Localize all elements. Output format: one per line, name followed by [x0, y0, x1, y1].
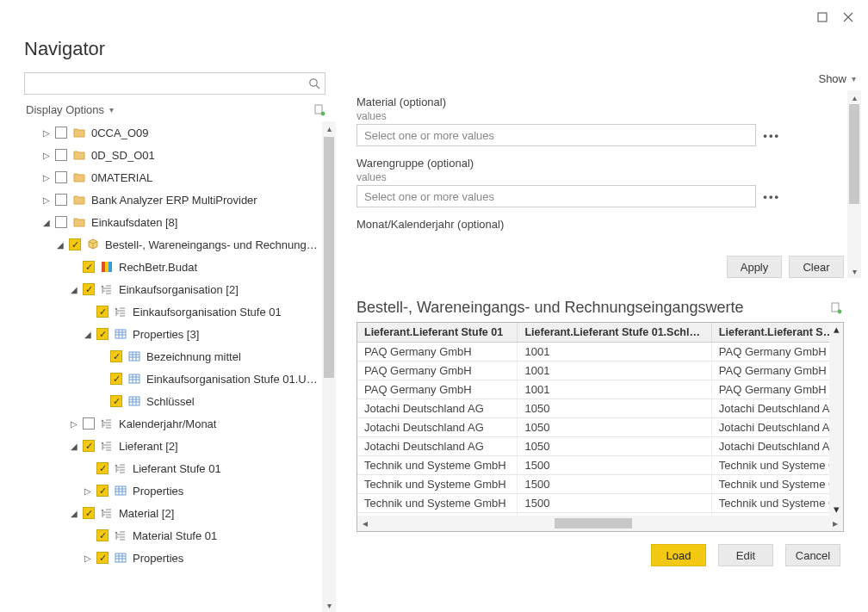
table-row[interactable]: Becker Components AG3201Becker Component…: [357, 513, 843, 516]
tree-item[interactable]: ✓Material Stufe 01: [24, 524, 320, 547]
table-vscroll[interactable]: ▴ ▾: [829, 323, 843, 516]
tree-item[interactable]: ✓Lieferant Stufe 01: [24, 457, 320, 479]
checkbox[interactable]: [55, 171, 67, 183]
checkbox[interactable]: ✓: [83, 283, 95, 295]
table-row[interactable]: Technik und Systeme GmbH1500Technik und …: [357, 456, 843, 475]
filter-input[interactable]: Select one or more values: [356, 124, 756, 146]
edit-button[interactable]: Edit: [718, 544, 773, 566]
checkbox[interactable]: ✓: [69, 238, 81, 250]
tree-item[interactable]: ◢✓Einkaufsorganisation [2]: [24, 278, 320, 300]
load-button[interactable]: Load: [651, 544, 706, 566]
search-icon[interactable]: [308, 77, 320, 90]
column-header[interactable]: Lieferant.Lieferant Stufe 01.Schlüssel: [518, 323, 711, 343]
scroll-down-icon[interactable]: ▾: [322, 598, 336, 612]
tree-item[interactable]: ✓Schlüssel: [24, 390, 320, 412]
checkbox[interactable]: ✓: [96, 529, 108, 541]
column-header[interactable]: Lieferant.Lieferant Stufe 01: [357, 323, 518, 343]
tree-item[interactable]: ▷0MATERIAL: [24, 166, 320, 189]
checkbox[interactable]: [55, 216, 67, 228]
tree-item[interactable]: ✓Einkaufsorganisation Stufe 01.UniqueNa.…: [24, 368, 320, 390]
toggle-icon[interactable]: ◢: [41, 218, 52, 227]
checkbox[interactable]: ✓: [110, 350, 122, 362]
tree-item[interactable]: ◢Einkaufsdaten [8]: [24, 211, 320, 233]
expand-icon[interactable]: [830, 302, 842, 314]
cancel-button[interactable]: Cancel: [785, 544, 840, 566]
table-row[interactable]: Technik und Systeme GmbH1500Technik und …: [357, 494, 843, 513]
toggle-icon[interactable]: ▷: [69, 419, 79, 429]
refresh-icon[interactable]: [313, 104, 326, 116]
scroll-left-icon[interactable]: ◂: [357, 517, 373, 529]
checkbox[interactable]: ✓: [83, 507, 95, 519]
checkbox[interactable]: ✓: [83, 261, 95, 273]
tree-item[interactable]: ▷✓Properties: [24, 479, 320, 502]
tree-item[interactable]: ▷Bank Analyzer ERP MultiProvider: [24, 189, 320, 211]
close-icon[interactable]: [835, 7, 861, 28]
tree-item[interactable]: ▷0CCA_O09: [24, 121, 320, 144]
toggle-icon[interactable]: ◢: [55, 240, 65, 250]
table-row[interactable]: Jotachi Deutschland AG1050Jotachi Deutsc…: [357, 437, 843, 456]
table-row[interactable]: PAQ Germany GmbH1001PAQ Germany GmbH: [357, 380, 843, 399]
checkbox[interactable]: [55, 127, 67, 139]
checkbox[interactable]: ✓: [96, 306, 108, 318]
tree-item[interactable]: ◢✓Material [2]: [24, 502, 320, 524]
scroll-right-icon[interactable]: ▸: [828, 517, 843, 529]
checkbox[interactable]: ✓: [96, 485, 108, 497]
search-input[interactable]: [24, 72, 326, 95]
toggle-icon[interactable]: ◢: [69, 285, 79, 294]
checkbox[interactable]: [83, 417, 95, 430]
checkbox[interactable]: ✓: [96, 462, 108, 474]
tree-item[interactable]: ▷Kalenderjahr/Monat: [24, 412, 320, 435]
apply-button[interactable]: Apply: [727, 256, 782, 278]
scroll-up-icon[interactable]: ▴: [322, 121, 336, 135]
hier-icon: [114, 529, 127, 542]
svg-point-1: [310, 79, 317, 86]
svg-point-4: [102, 286, 104, 288]
toggle-icon[interactable]: ▷: [41, 195, 52, 205]
table-row[interactable]: Jotachi Deutschland AG1050Jotachi Deutsc…: [357, 418, 843, 437]
tree-scrollbar[interactable]: ▴ ▾: [322, 121, 336, 612]
toggle-icon[interactable]: ◢: [69, 442, 79, 451]
filter-scrollbar[interactable]: ▴ ▾: [847, 90, 861, 278]
filter-input[interactable]: Select one or more values: [356, 185, 756, 207]
column-header[interactable]: Lieferant.Lieferant Stufe 01.: [711, 323, 842, 343]
clear-button[interactable]: Clear: [789, 256, 844, 278]
tree-item[interactable]: ✓Bezeichnung mittel: [24, 345, 320, 368]
show-dropdown[interactable]: Show ▾: [818, 72, 856, 85]
tree-item-label: 0D_SD_O01: [91, 149, 320, 162]
scroll-down-icon[interactable]: ▾: [847, 264, 861, 278]
tree-item[interactable]: ◢✓Lieferant [2]: [24, 435, 320, 457]
tree-item[interactable]: ✓Einkaufsorganisation Stufe 01: [24, 300, 320, 323]
cell: 1500: [518, 494, 711, 513]
display-options-button[interactable]: Display Options ▾: [26, 103, 114, 116]
checkbox[interactable]: [55, 149, 67, 161]
checkbox[interactable]: ✓: [110, 395, 122, 407]
checkbox[interactable]: ✓: [96, 328, 108, 340]
tree-item[interactable]: ◢✓Properties [3]: [24, 323, 320, 345]
checkbox[interactable]: ✓: [83, 440, 95, 452]
tree-item[interactable]: ✓RechBetr.Budat: [24, 256, 320, 278]
toggle-icon[interactable]: ▷: [83, 486, 93, 496]
table-row[interactable]: PAQ Germany GmbH1001PAQ Germany GmbH: [357, 343, 843, 362]
toggle-icon[interactable]: ▷: [41, 151, 52, 160]
scroll-up-icon[interactable]: ▴: [847, 90, 861, 104]
table-row[interactable]: Technik und Systeme GmbH1500Technik und …: [357, 475, 843, 494]
toggle-icon[interactable]: ◢: [83, 330, 93, 339]
toggle-icon[interactable]: ▷: [41, 128, 52, 138]
table-row[interactable]: Jotachi Deutschland AG1050Jotachi Deutsc…: [357, 399, 843, 418]
maximize-icon[interactable]: [809, 7, 835, 28]
more-icon[interactable]: •••: [763, 129, 780, 142]
checkbox[interactable]: ✓: [96, 552, 108, 564]
toggle-icon[interactable]: ▷: [83, 553, 93, 563]
tree-item[interactable]: ▷0D_SD_O01: [24, 144, 320, 166]
more-icon[interactable]: •••: [763, 190, 780, 203]
toggle-icon[interactable]: ◢: [69, 509, 79, 518]
table-row[interactable]: PAQ Germany GmbH1001PAQ Germany GmbH: [357, 362, 843, 380]
table-hscroll[interactable]: ◂ ▸: [357, 516, 843, 531]
scroll-down-icon[interactable]: ▾: [834, 503, 840, 516]
toggle-icon[interactable]: ▷: [41, 173, 52, 182]
checkbox[interactable]: [55, 194, 67, 206]
tree-item[interactable]: ◢✓Bestell-, Wareneingangs- und Rechnungs…: [24, 233, 320, 256]
checkbox[interactable]: ✓: [110, 373, 122, 385]
scroll-up-icon[interactable]: ▴: [834, 323, 840, 336]
tree-item[interactable]: ▷✓Properties: [24, 547, 320, 569]
